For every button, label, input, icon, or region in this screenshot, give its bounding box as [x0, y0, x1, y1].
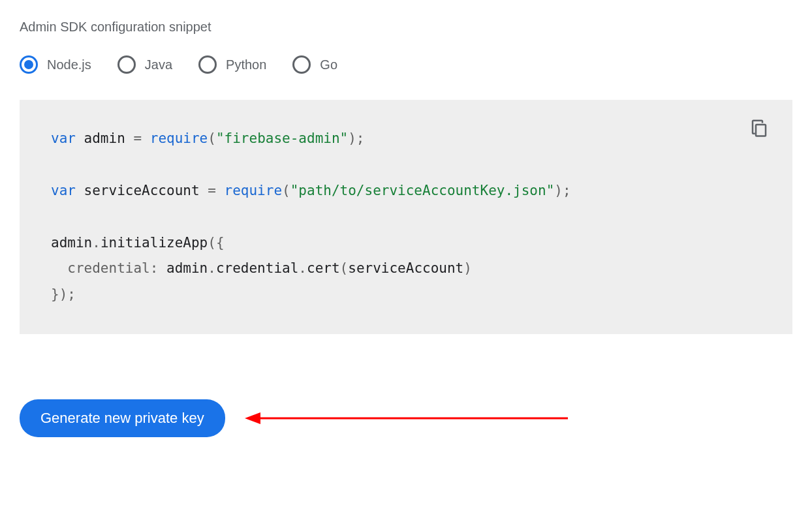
svg-marker-2 — [245, 412, 260, 424]
code-token: . — [298, 260, 307, 276]
radio-option-go[interactable]: Go — [292, 55, 337, 74]
copy-icon[interactable] — [749, 118, 769, 138]
code-token: serviceAccount — [348, 260, 463, 276]
code-token — [51, 260, 67, 276]
arrow-annotation-icon — [245, 408, 571, 428]
code-token: ( — [340, 260, 349, 276]
code-token: cert — [307, 260, 340, 276]
code-token: credential — [216, 260, 298, 276]
code-token: . — [208, 260, 216, 276]
code-token: credential — [67, 260, 149, 276]
action-row: Generate new private key — [20, 399, 792, 437]
code-token: . — [92, 235, 101, 251]
code-token: ( — [208, 130, 216, 146]
radio-label: Node.js — [47, 57, 91, 72]
code-token: require — [225, 183, 283, 198]
code-snippet: var admin = require("firebase-admin"); v… — [20, 100, 792, 334]
code-token: var — [51, 183, 76, 198]
language-radio-group: Node.js Java Python Go — [20, 55, 792, 74]
code-token: = — [133, 130, 149, 146]
code-content: var admin = require("firebase-admin"); v… — [51, 126, 761, 308]
svg-rect-0 — [756, 125, 766, 136]
radio-circle-icon — [292, 55, 311, 74]
code-token: var — [51, 130, 76, 146]
code-token: ({ — [208, 235, 224, 251]
code-token: require — [150, 130, 208, 146]
code-token: ); — [348, 130, 364, 146]
radio-label: Java — [145, 57, 172, 72]
code-token: admin — [51, 235, 92, 251]
code-token: admin — [76, 130, 134, 146]
code-token: = — [208, 183, 224, 198]
code-token: ( — [282, 183, 290, 198]
code-token: ) — [463, 260, 472, 276]
section-title: Admin SDK configuration snippet — [20, 20, 792, 35]
radio-option-python[interactable]: Python — [198, 55, 266, 74]
radio-label: Go — [320, 57, 337, 72]
code-token: ); — [554, 183, 570, 198]
radio-option-java[interactable]: Java — [117, 55, 172, 74]
radio-circle-icon — [117, 55, 136, 74]
code-token: initializeApp — [101, 235, 208, 251]
generate-private-key-button[interactable]: Generate new private key — [20, 399, 225, 437]
code-token: : — [150, 260, 166, 276]
radio-option-nodejs[interactable]: Node.js — [20, 55, 91, 74]
code-token: serviceAccount — [76, 183, 208, 198]
code-token: admin — [166, 260, 208, 276]
radio-circle-icon — [198, 55, 217, 74]
code-token: "firebase-admin" — [216, 130, 348, 146]
radio-label: Python — [226, 57, 266, 72]
code-token: "path/to/serviceAccountKey.json" — [290, 183, 555, 198]
radio-circle-icon — [20, 55, 38, 74]
code-token: }); — [51, 286, 76, 302]
